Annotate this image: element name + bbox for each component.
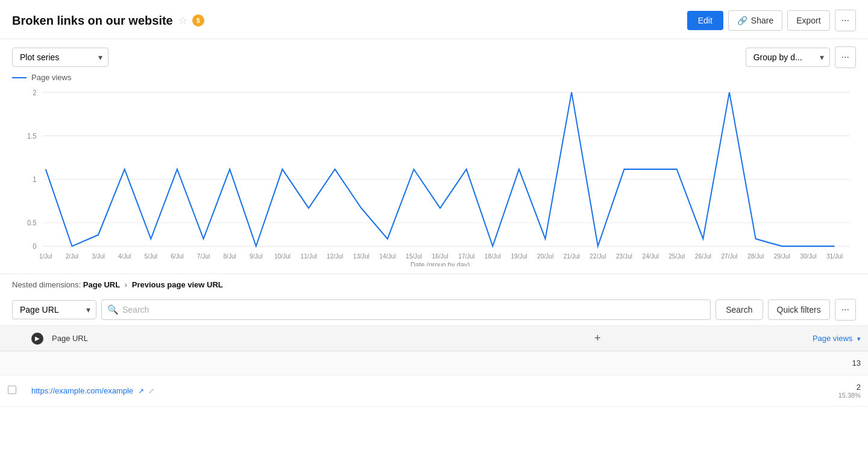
chart-container: 2 1.5 1 0.5 0 1/Jul 2/Jul 3/Jul 4/Jul 5/… bbox=[12, 86, 856, 266]
external-link-icon[interactable]: ↗ bbox=[138, 387, 144, 395]
table-more-button[interactable]: ··· bbox=[835, 299, 856, 321]
svg-text:25/Jul: 25/Jul bbox=[668, 252, 685, 260]
legend-label: Page views bbox=[31, 73, 71, 82]
svg-text:17/Jul: 17/Jul bbox=[458, 252, 474, 260]
page-header: Broken links on our website ☆ $ Edit 🔗 S… bbox=[0, 0, 868, 39]
nested-dim1: Page URL bbox=[83, 280, 120, 289]
nested-dim2: Previous page view URL bbox=[132, 280, 223, 289]
svg-text:11/Jul: 11/Jul bbox=[301, 252, 317, 260]
svg-text:20/Jul: 20/Jul bbox=[537, 252, 553, 260]
dimension-select[interactable]: Page URL bbox=[12, 300, 96, 319]
svg-text:27/Jul: 27/Jul bbox=[721, 252, 737, 260]
chart-section: Plot series Group by d... ··· Page views… bbox=[0, 39, 868, 274]
filter-icon[interactable]: ⤢ bbox=[148, 387, 154, 395]
col-metric-header[interactable]: Page views ▾ bbox=[611, 326, 868, 351]
table-toolbar: Page URL 🔍 Search Quick filters ··· bbox=[0, 294, 868, 326]
edit-button[interactable]: Edit bbox=[687, 11, 723, 30]
row-blank-url bbox=[24, 351, 587, 375]
nested-dimensions: Nested dimensions: Page URL › Previous p… bbox=[0, 274, 868, 294]
svg-text:13/Jul: 13/Jul bbox=[353, 252, 370, 260]
svg-text:10/Jul: 10/Jul bbox=[274, 252, 291, 260]
svg-text:23/Jul: 23/Jul bbox=[616, 252, 632, 260]
row-check[interactable] bbox=[0, 375, 24, 407]
svg-text:2/Jul: 2/Jul bbox=[66, 252, 78, 260]
more-button[interactable]: ··· bbox=[835, 10, 856, 31]
play-icon: ▶ bbox=[31, 333, 43, 345]
svg-text:12/Jul: 12/Jul bbox=[327, 252, 343, 260]
svg-text:26/Jul: 26/Jul bbox=[695, 252, 711, 260]
plus-icon[interactable]: + bbox=[594, 332, 601, 344]
svg-text:14/Jul: 14/Jul bbox=[379, 252, 395, 260]
line-chart: 2 1.5 1 0.5 0 1/Jul 2/Jul 3/Jul 4/Jul 5/… bbox=[12, 86, 856, 266]
row-blank-metric: 13 bbox=[611, 351, 868, 375]
svg-text:7/Jul: 7/Jul bbox=[197, 252, 210, 260]
dimension-select-wrapper: Page URL bbox=[12, 300, 96, 319]
col-dimension-label: Page URL bbox=[52, 334, 88, 343]
row-metric: 2 15.38% bbox=[611, 375, 868, 407]
url-link[interactable]: https://example.com/example bbox=[31, 386, 133, 395]
group-by-select[interactable]: Group by d... bbox=[746, 48, 830, 67]
row-blank-actions bbox=[587, 351, 611, 375]
svg-text:24/Jul: 24/Jul bbox=[643, 252, 659, 260]
svg-text:15/Jul: 15/Jul bbox=[406, 252, 422, 260]
sort-icon: ▾ bbox=[857, 335, 861, 342]
row-url-cell: https://example.com/example ↗ ⤢ bbox=[24, 375, 587, 407]
star-icon[interactable]: ☆ bbox=[178, 14, 187, 27]
quick-filters-button[interactable]: Quick filters bbox=[768, 299, 830, 320]
plot-series-wrapper: Plot series bbox=[12, 48, 108, 67]
svg-text:0: 0 bbox=[33, 242, 37, 251]
svg-text:4/Jul: 4/Jul bbox=[118, 252, 131, 260]
svg-text:Date (group by day): Date (group by day) bbox=[410, 261, 470, 266]
svg-text:1/Jul: 1/Jul bbox=[39, 252, 52, 260]
page-title: Broken links on our website bbox=[12, 14, 173, 28]
col-dimension-header: ▶ Page URL bbox=[24, 326, 587, 351]
svg-text:9/Jul: 9/Jul bbox=[250, 252, 262, 260]
row-actions bbox=[587, 375, 611, 407]
export-button[interactable]: Export bbox=[787, 10, 829, 31]
col-add[interactable]: + bbox=[587, 326, 611, 351]
svg-text:0.5: 0.5 bbox=[27, 219, 37, 227]
chart-more-button[interactable]: ··· bbox=[835, 46, 856, 68]
chart-toolbar: Plot series Group by d... ··· bbox=[12, 46, 856, 68]
coin-icon: $ bbox=[192, 14, 204, 27]
svg-text:29/Jul: 29/Jul bbox=[774, 252, 790, 260]
table-row: https://example.com/example ↗ ⤢ 2 15.38% bbox=[0, 375, 868, 407]
plot-series-select[interactable]: Plot series bbox=[12, 48, 108, 67]
svg-text:22/Jul: 22/Jul bbox=[590, 252, 606, 260]
svg-text:2: 2 bbox=[33, 88, 36, 96]
share-button[interactable]: 🔗 Share bbox=[728, 10, 782, 31]
svg-text:6/Jul: 6/Jul bbox=[171, 252, 183, 260]
svg-text:28/Jul: 28/Jul bbox=[747, 252, 764, 260]
header-actions: Edit 🔗 Share Export ··· bbox=[687, 10, 856, 31]
row-blank-check bbox=[0, 351, 24, 375]
search-input[interactable] bbox=[101, 299, 711, 320]
svg-text:16/Jul: 16/Jul bbox=[432, 252, 448, 260]
group-by-wrapper: Group by d... bbox=[746, 48, 830, 67]
svg-text:19/Jul: 19/Jul bbox=[511, 252, 527, 260]
search-wrapper: 🔍 bbox=[101, 299, 711, 320]
search-button[interactable]: Search bbox=[715, 299, 763, 320]
legend-line-icon bbox=[12, 77, 27, 78]
svg-text:8/Jul: 8/Jul bbox=[223, 252, 236, 260]
svg-text:3/Jul: 3/Jul bbox=[92, 252, 104, 260]
nested-dims-arrow: › bbox=[125, 280, 127, 289]
chart-legend: Page views bbox=[12, 73, 856, 82]
svg-text:1.5: 1.5 bbox=[27, 131, 37, 140]
chart-right-controls: Group by d... ··· bbox=[746, 46, 856, 68]
checkbox-icon[interactable] bbox=[8, 386, 16, 394]
svg-text:31/Jul: 31/Jul bbox=[826, 252, 843, 260]
svg-text:18/Jul: 18/Jul bbox=[485, 252, 501, 260]
svg-text:21/Jul: 21/Jul bbox=[564, 252, 580, 260]
search-icon: 🔍 bbox=[107, 304, 119, 315]
col-checkbox bbox=[0, 326, 24, 351]
table-row: 13 bbox=[0, 351, 868, 375]
link-icon: 🔗 bbox=[737, 16, 747, 25]
title-area: Broken links on our website ☆ $ bbox=[12, 14, 204, 28]
svg-text:30/Jul: 30/Jul bbox=[800, 252, 816, 260]
svg-text:5/Jul: 5/Jul bbox=[145, 252, 157, 260]
data-table: ▶ Page URL + Page views ▾ 13 bbox=[0, 326, 868, 407]
svg-text:1: 1 bbox=[33, 175, 36, 184]
table-header-row: ▶ Page URL + Page views ▾ bbox=[0, 326, 868, 351]
nested-dims-label: Nested dimensions: bbox=[12, 280, 81, 289]
